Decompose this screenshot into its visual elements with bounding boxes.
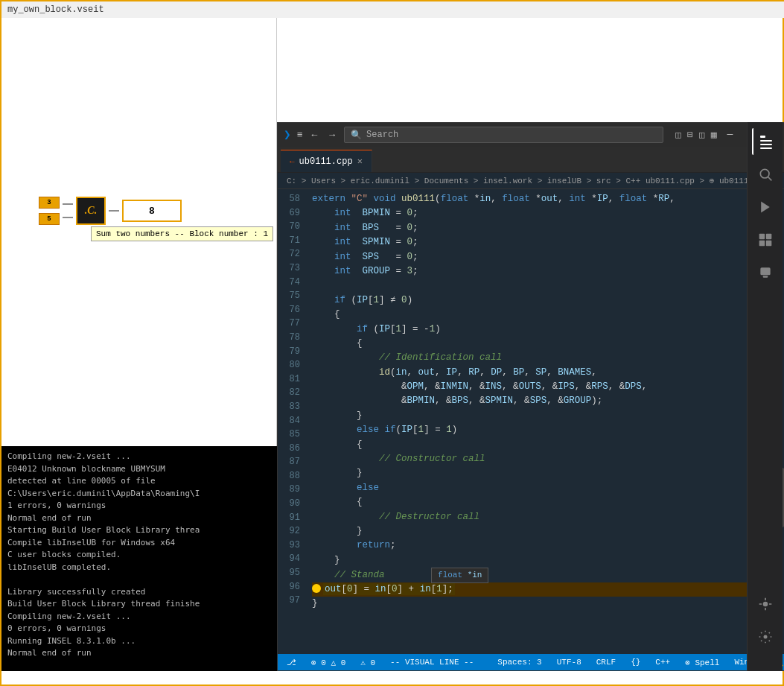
input-ports: 3 5 bbox=[39, 197, 60, 225]
svg-line-8 bbox=[768, 177, 771, 181]
activity-extensions-icon[interactable] bbox=[752, 226, 779, 253]
spell-check-text: ⊗ Spell bbox=[685, 658, 719, 667]
line-numbers: 58 69 70 71 72 73 74 75 76 77 78 79 80 8… bbox=[278, 189, 306, 654]
main-window: my_own_block.vseit 3 5 .C. bbox=[0, 0, 784, 686]
activity-settings-icon[interactable] bbox=[752, 623, 779, 650]
code-line-96: } bbox=[312, 597, 784, 611]
status-warnings[interactable]: ⚠ 0 bbox=[357, 654, 378, 670]
console-line-10: libInselUB completed. bbox=[7, 562, 271, 574]
console-line-7: Starting Build User Block Library threa bbox=[7, 524, 271, 537]
status-branch[interactable]: ⎇ bbox=[284, 654, 299, 670]
console-line-13: Compiling new-2.vseit ... bbox=[7, 611, 271, 623]
code-line-97 bbox=[312, 611, 784, 625]
svg-rect-6 bbox=[760, 147, 772, 149]
status-line-ending[interactable]: CRLF bbox=[593, 654, 619, 670]
editor-split-icon[interactable]: ◫ bbox=[699, 129, 705, 141]
tab-name: ub0111.cpp bbox=[299, 156, 353, 167]
port-1[interactable]: 3 bbox=[39, 197, 60, 209]
console-line-blank bbox=[7, 574, 271, 586]
activity-run-icon[interactable] bbox=[752, 194, 779, 220]
status-errors[interactable]: ⊗ 0 △ 0 bbox=[308, 654, 348, 670]
vscode-panel: ❯ ≡ ← → 🔍 Search ◫ ⊟ ◫ ▦ — ▢ ✕ ← ub0111.… bbox=[277, 122, 784, 671]
svg-rect-3 bbox=[760, 136, 765, 138]
svg-rect-10 bbox=[759, 234, 764, 240]
activity-search-icon[interactable] bbox=[752, 161, 779, 188]
code-line-75: if (IP[1] ≠ 0) bbox=[312, 293, 784, 308]
search-bar[interactable]: 🔍 Search bbox=[344, 127, 663, 143]
activity-remote-icon[interactable] bbox=[752, 259, 779, 286]
console-line-4: C:\Users\eric.duminil\AppData\Roaming\I bbox=[7, 488, 271, 501]
minimize-button[interactable]: — bbox=[723, 127, 738, 142]
console-line-14: 0 errors, 0 warnings bbox=[7, 623, 271, 635]
code-line-70: int BPS = 0; bbox=[312, 221, 784, 235]
editor-layout-icon[interactable]: ⊟ bbox=[687, 129, 693, 141]
svg-point-7 bbox=[760, 169, 769, 178]
console-line-16: Normal end of run bbox=[7, 647, 271, 660]
activity-explorer-icon[interactable] bbox=[752, 128, 779, 155]
code-line-87: } bbox=[312, 466, 784, 480]
code-line-71: int SPMIN = 0; bbox=[312, 235, 784, 250]
window-title: my_own_block.vseit bbox=[7, 4, 104, 15]
svg-marker-9 bbox=[761, 202, 770, 213]
search-icon: 🔍 bbox=[351, 130, 362, 141]
port-2[interactable]: 5 bbox=[39, 213, 60, 225]
code-line-86: // Constructor call bbox=[312, 452, 784, 466]
svg-rect-13 bbox=[765, 241, 771, 247]
editor-grid-icon[interactable]: ▦ bbox=[711, 129, 717, 141]
console-line-6: Normal end of run bbox=[7, 512, 271, 525]
status-vim-mode[interactable]: -- VISUAL LINE -- bbox=[387, 654, 477, 670]
forward-button[interactable]: → bbox=[326, 128, 338, 142]
code-line-83: } bbox=[312, 409, 784, 423]
code-line-77: if (IP[1] = -1) bbox=[312, 323, 784, 337]
search-placeholder: Search bbox=[366, 130, 398, 140]
code-line-91: } bbox=[312, 524, 784, 539]
console-line-9: C user blocks compiled. bbox=[7, 549, 271, 562]
code-line-95: out[0] = in[0] + in[1]; bbox=[312, 582, 784, 597]
code-line-72: int SPS = 0; bbox=[312, 250, 784, 264]
status-braces[interactable]: {} bbox=[628, 654, 643, 670]
breadcrumb-text: C: > Users > eric.duminil > Documents > … bbox=[287, 176, 784, 185]
code-line-81: &OPM, &INMIN, &INS, &OUTS, &IPS, &RPS, &… bbox=[312, 380, 784, 394]
warning-count: ⚠ 0 bbox=[360, 658, 375, 667]
vscode-hamburger-icon[interactable]: ≡ bbox=[297, 130, 303, 141]
status-spell[interactable]: ⊗ Spell bbox=[682, 654, 722, 670]
code-content: extern "C" void ub0111(float *in, float … bbox=[306, 189, 784, 654]
code-line-93: } bbox=[312, 553, 784, 568]
title-bar: my_own_block.vseit bbox=[1, 1, 784, 18]
encoding-text: UTF-8 bbox=[557, 658, 581, 667]
canvas-area: 3 5 .C. 8 bbox=[1, 18, 277, 446]
c-block[interactable]: .C. bbox=[76, 197, 106, 225]
status-encoding[interactable]: UTF-8 bbox=[554, 654, 584, 670]
output-box[interactable]: 8 bbox=[122, 200, 182, 222]
connector-left bbox=[63, 197, 73, 225]
svg-rect-4 bbox=[760, 140, 772, 142]
code-editor[interactable]: 58 69 70 71 72 73 74 75 76 77 78 79 80 8… bbox=[278, 189, 784, 654]
tab-ub0111[interactable]: ← ub0111.cpp ✕ bbox=[281, 150, 372, 172]
status-language[interactable]: C++ bbox=[652, 654, 673, 670]
console-line-1: Compiling new-2.vseit ... bbox=[7, 451, 271, 463]
c-block-label: .C. bbox=[85, 205, 97, 217]
vim-mode-text: -- VISUAL LINE -- bbox=[390, 658, 474, 667]
code-line-80: id(in, out, IP, RP, DP, BP, SP, BNAMES, bbox=[312, 366, 784, 380]
svg-rect-14 bbox=[760, 267, 770, 275]
connector-right bbox=[109, 197, 119, 225]
code-line-85: { bbox=[312, 438, 784, 452]
code-line-90: // Destructor call bbox=[312, 510, 784, 524]
status-spaces[interactable]: Spaces: 3 bbox=[494, 654, 544, 670]
activity-plugin-icon[interactable] bbox=[752, 591, 779, 617]
tab-close-button[interactable]: ✕ bbox=[357, 156, 363, 167]
language-text: C++ bbox=[655, 658, 670, 667]
source-control-icon: ⎇ bbox=[287, 658, 296, 667]
code-line-73: int GROUP = 3; bbox=[312, 264, 784, 279]
code-line-88: else bbox=[312, 481, 784, 495]
code-line-69: int BPMIN = 0; bbox=[312, 206, 784, 220]
console-line-2: E04012 Unknown blockname UBMYSUM bbox=[7, 463, 271, 476]
code-line-94: // Standa float *in bbox=[312, 568, 784, 582]
sidebar-toggle-icon[interactable]: ◫ bbox=[675, 129, 681, 141]
svg-rect-11 bbox=[765, 234, 771, 240]
output-value: 8 bbox=[149, 206, 155, 217]
tab-bar: ← ub0111.cpp ✕ ▶ ⊟ … bbox=[278, 147, 784, 173]
console-line-12: Build User Block Library thread finishe bbox=[7, 598, 271, 611]
back-button[interactable]: ← bbox=[308, 128, 320, 142]
braces-icon: {} bbox=[631, 658, 640, 667]
